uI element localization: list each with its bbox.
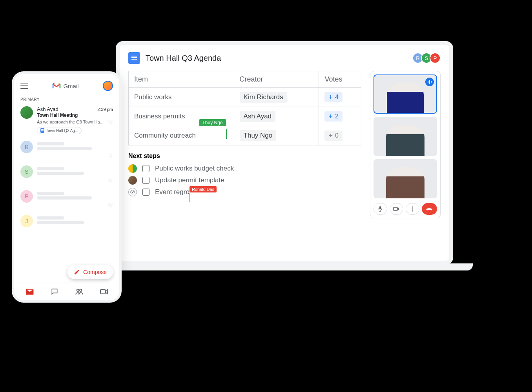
primary-tab-label[interactable]: PRIMARY	[14, 95, 119, 103]
table-header-votes: Votes	[319, 71, 361, 88]
email-placeholder[interactable]: S ☆	[14, 162, 119, 187]
plus-icon: +	[328, 94, 333, 101]
meet-video-tile[interactable]	[373, 74, 437, 114]
nav-meet-icon[interactable]	[99, 287, 109, 296]
collaborator-avatars[interactable]: R S P	[415, 53, 441, 64]
email-list: Ash Ayad 2:39 pm Town Hall Meeting As we…	[14, 103, 119, 283]
svg-point-8	[412, 211, 413, 212]
checklist-item[interactable]: Update permit template	[128, 174, 361, 186]
checkbox[interactable]	[142, 165, 149, 172]
hangup-icon	[425, 207, 433, 211]
avatar: P	[20, 190, 33, 203]
meet-video-tile[interactable]	[373, 159, 437, 198]
svg-rect-4	[379, 206, 381, 209]
plus-icon: +	[328, 132, 333, 139]
doc-body[interactable]: Item Creator Votes Public works Kim Rich…	[128, 71, 361, 218]
assignee-avatar[interactable]	[128, 176, 137, 185]
email-placeholder[interactable]: R ☆	[14, 138, 119, 162]
creator-chip[interactable]: Kim Richards	[240, 92, 287, 103]
account-avatar[interactable]	[103, 81, 113, 91]
mic-icon	[378, 206, 383, 212]
step-text[interactable]: Public works budget check	[155, 165, 234, 172]
creator-chip[interactable]: Ash Ayad	[240, 111, 276, 122]
collaborator-cursor	[226, 129, 227, 139]
item-cell[interactable]: Community outreach Thuy Ngo	[129, 126, 234, 145]
assignee-avatar[interactable]	[128, 164, 137, 173]
svg-point-1	[79, 289, 81, 291]
compose-button[interactable]: Compose	[67, 265, 113, 279]
gmail-logo: Gmail	[34, 83, 97, 89]
next-steps-heading: Next steps	[128, 152, 361, 160]
sender-avatar	[20, 106, 33, 119]
doc-header: Town Hall Q3 Agenda R S P	[128, 52, 441, 64]
nav-chat-icon[interactable]	[50, 287, 59, 296]
email-snippet: As we approach the Q3 Town Ha...	[37, 120, 106, 124]
email-sender: Ash Ayad	[37, 106, 58, 112]
svg-point-6	[412, 207, 413, 208]
email-placeholder[interactable]: P ☆	[14, 187, 119, 212]
star-icon[interactable]: ☆	[107, 176, 113, 184]
checklist-item[interactable]: Public works budget check	[128, 163, 361, 174]
vote-chip[interactable]: +2	[324, 111, 342, 122]
docs-app-icon[interactable]	[128, 52, 140, 64]
more-vertical-icon	[412, 206, 413, 212]
svg-point-7	[412, 209, 413, 210]
plus-icon: +	[328, 113, 333, 120]
svg-rect-5	[394, 207, 397, 211]
checkbox[interactable]	[142, 189, 149, 196]
camera-button[interactable]	[390, 203, 403, 215]
table-row[interactable]: Public works Kim Richards +4	[129, 88, 361, 107]
gmail-app-name: Gmail	[63, 83, 78, 89]
meet-controls	[373, 203, 437, 215]
bottom-nav	[14, 283, 119, 300]
item-cell[interactable]: Public works	[129, 88, 234, 107]
svg-rect-2	[100, 290, 105, 294]
agenda-table[interactable]: Item Creator Votes Public works Kim Rich…	[128, 71, 361, 145]
camera-icon	[393, 207, 399, 211]
collaborator-avatar[interactable]: P	[430, 53, 441, 64]
email-time: 2:39 pm	[97, 107, 113, 112]
star-icon[interactable]: ☆	[107, 118, 113, 125]
collaborator-cursor-tag: Thuy Ngo	[199, 119, 226, 126]
table-header-item: Item	[129, 71, 234, 88]
table-header-creator: Creator	[234, 71, 319, 88]
creator-chip[interactable]: Thuy Ngo	[240, 130, 277, 141]
doc-title[interactable]: Town Hall Q3 Agenda	[146, 54, 409, 63]
vote-chip[interactable]: +4	[324, 92, 342, 102]
avatar: S	[20, 165, 33, 178]
collaborator-cursor	[189, 193, 190, 202]
hangup-button[interactable]	[422, 203, 437, 215]
nav-mail-icon[interactable]	[25, 287, 35, 296]
avatar: R	[20, 141, 33, 153]
avatar: J	[20, 215, 33, 227]
add-assignee-icon[interactable]	[128, 188, 137, 196]
docs-laptop-mockup: Town Hall Q3 Agenda R S P Item Creator V…	[116, 41, 453, 265]
table-row[interactable]: Business permits Ash Ayad +2	[129, 107, 361, 126]
docs-icon	[40, 128, 44, 133]
checklist-item[interactable]: Event regroRonald Das	[128, 186, 361, 198]
nav-spaces-icon[interactable]	[75, 287, 84, 296]
pencil-icon	[74, 269, 80, 275]
collaborator-cursor-tag: Ronald Das	[189, 186, 217, 192]
star-icon[interactable]: ☆	[107, 201, 113, 209]
attachment-chip[interactable]: Town Hall Q3 Ag...	[37, 127, 82, 134]
more-options-button[interactable]	[406, 203, 419, 215]
email-placeholder[interactable]: J	[14, 212, 119, 230]
menu-icon[interactable]	[20, 83, 28, 89]
speaking-indicator-icon	[425, 78, 434, 86]
star-icon[interactable]: ☆	[107, 152, 113, 159]
meet-sidebar	[370, 71, 441, 218]
meet-video-tile[interactable]	[373, 117, 437, 156]
table-row[interactable]: Community outreach Thuy Ngo Thuy Ngo +0	[129, 126, 361, 145]
email-item[interactable]: Ash Ayad 2:39 pm Town Hall Meeting As we…	[14, 103, 119, 138]
checkbox[interactable]	[142, 177, 149, 184]
step-text[interactable]: Event regroRonald Das	[155, 188, 189, 196]
gmail-phone-mockup: Gmail PRIMARY Ash Ayad 2:39 pm Town Hall…	[12, 71, 122, 303]
step-text[interactable]: Update permit template	[155, 176, 224, 184]
vote-chip[interactable]: +0	[324, 131, 342, 141]
laptop-base	[96, 263, 473, 270]
attachment-name: Town Hall Q3 Ag...	[46, 129, 78, 133]
mic-button[interactable]	[373, 203, 387, 215]
compose-label: Compose	[83, 269, 107, 275]
svg-point-0	[77, 289, 78, 291]
